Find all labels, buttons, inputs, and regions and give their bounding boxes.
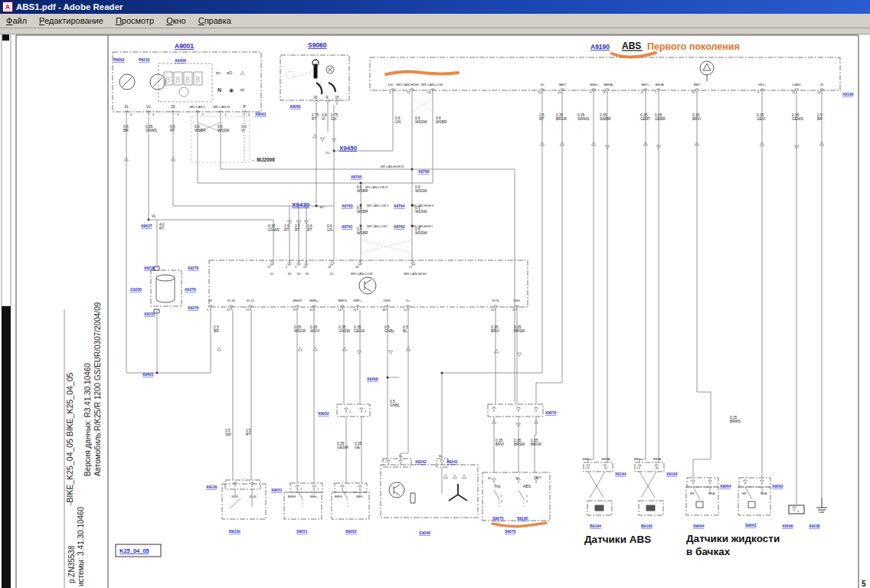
component-link[interactable]: A9006 — [175, 58, 186, 63]
pin — [592, 89, 595, 93]
component-link[interactable]: X9468 — [367, 377, 378, 381]
component-link[interactable]: X9190 — [842, 92, 854, 96]
component-link[interactable]: X9064 — [720, 484, 731, 488]
component-link[interactable]: X9238 — [809, 524, 820, 528]
pin — [250, 482, 253, 487]
pin — [431, 89, 434, 93]
wire-label: MR-CAN-LOW — [351, 272, 373, 276]
wire-label: 7 — [655, 90, 657, 94]
symbol-path — [703, 64, 711, 70]
component-link[interactable]: X9764 — [394, 204, 405, 208]
menu-item-view[interactable]: Просмотр — [110, 15, 160, 27]
component-link[interactable]: S9063 — [745, 523, 757, 528]
component-link[interactable]: A9270 — [185, 287, 196, 292]
menu-item-edit[interactable]: Редактирование — [33, 15, 110, 27]
symbol-path — [389, 482, 404, 498]
pin — [708, 480, 711, 485]
component-link[interactable]: X9270 — [188, 305, 199, 310]
component-link[interactable]: S9075 — [492, 516, 504, 521]
component-link[interactable]: X9194 — [615, 472, 626, 476]
menu-item-file[interactable]: Файл — [0, 15, 33, 27]
component-link[interactable]: X9450 — [339, 145, 358, 152]
component-link[interactable]: B9193 — [641, 524, 652, 528]
component-link[interactable]: X9766 — [418, 169, 430, 174]
wire-label: 0.35GEWS — [792, 113, 803, 121]
wire-label: D+ — [399, 454, 404, 458]
wire-label: 48 — [382, 308, 386, 312]
component-link[interactable]: S9052 — [345, 529, 357, 534]
pin — [270, 260, 273, 265]
component-link[interactable]: S9070 — [505, 529, 516, 534]
component-link[interactable]: S9051 — [296, 529, 308, 534]
component-link[interactable]: X9763 — [342, 204, 353, 208]
wire-label: BBHS — [293, 299, 302, 302]
wire-label: 0.6WSSW — [415, 227, 427, 235]
menu-item-help[interactable]: Справка — [192, 15, 237, 27]
wire-label: 30 — [171, 105, 175, 109]
wire-label: Датчики жидкости — [686, 533, 780, 544]
component-link[interactable]: X9590 — [782, 524, 793, 528]
component-link[interactable]: X9762 — [394, 224, 405, 229]
pin — [638, 465, 641, 469]
symbol-path — [156, 299, 175, 302]
component-link[interactable]: X9063 — [772, 484, 783, 488]
component-link[interactable]: G9230 — [130, 287, 142, 292]
component-link[interactable]: X9051 — [271, 488, 283, 492]
component-link[interactable]: S9060 — [308, 41, 327, 49]
wire-label: 1 — [224, 113, 227, 116]
component-link[interactable]: X9765 — [351, 175, 362, 179]
component-link[interactable]: X9230 — [144, 266, 155, 270]
component-link[interactable]: X9242 — [415, 459, 427, 464]
sidebar-rotated-text: Версия данных: R3.41.30.10460 — [83, 363, 92, 476]
wire-label: 10 — [309, 308, 313, 312]
component-link[interactable]: S9064 — [693, 524, 705, 528]
component-link[interactable]: X9070 — [545, 410, 557, 415]
component-link[interactable]: G9240 — [419, 531, 430, 535]
component-link[interactable]: X9220 — [206, 485, 218, 489]
wire-label: 30 — [541, 83, 545, 87]
orange-marker-annotation — [612, 53, 656, 57]
wire-label: 31 — [209, 299, 213, 302]
wire-label: 6C — [488, 476, 492, 480]
component-link[interactable]: B9220 — [229, 529, 240, 534]
wire-label: 15U — [388, 83, 394, 87]
component-link[interactable]: P9002 — [113, 57, 125, 62]
component-link[interactable]: X9270 — [188, 266, 199, 270]
pin — [243, 111, 246, 116]
component-link[interactable]: X9193 — [666, 472, 678, 476]
component-link[interactable]: P9210 — [139, 57, 150, 62]
component-link[interactable]: X9430 — [292, 201, 310, 208]
component-link[interactable]: X9231 — [144, 312, 155, 316]
wire-label: KL15 — [232, 495, 239, 498]
component-link[interactable]: X9060 — [289, 104, 301, 109]
component-link[interactable]: B9194 — [590, 524, 601, 528]
component-link[interactable]: K25_04_05 — [119, 547, 149, 554]
wire-label: 16 — [817, 90, 821, 94]
component-link[interactable]: X9761 — [342, 224, 353, 229]
orange-marker-annotation — [492, 523, 546, 527]
wire-label: ◉ — [229, 87, 234, 93]
component-link[interactable]: X9241 — [446, 459, 458, 464]
wire-label: в бачках — [686, 546, 731, 557]
wire-label: 0.35BRSW — [514, 325, 525, 333]
wire-label: BBV+ — [641, 83, 650, 87]
wire-label: VL — [270, 272, 274, 276]
wire-label: B+ — [439, 454, 443, 458]
component-link[interactable]: A9190 — [590, 43, 610, 51]
component-link[interactable]: A9001 — [175, 42, 194, 50]
component-link[interactable]: X9627 — [141, 224, 152, 228]
component-link[interactable]: S9195 — [517, 516, 528, 521]
component-link[interactable]: X9052 — [318, 411, 329, 416]
wire-label: 0.6WSSW — [218, 125, 230, 132]
wire-label: 1 — [501, 495, 502, 498]
component-link[interactable]: X9001 — [255, 112, 267, 116]
component-link[interactable]: X9401 — [142, 372, 154, 377]
wire-label: 14 — [338, 308, 342, 312]
pin — [657, 89, 660, 93]
direction-arrow — [320, 138, 324, 142]
pin — [744, 480, 747, 485]
menu-item-window[interactable]: Окно — [160, 15, 192, 27]
wire-label: MR-CAN-HIGH III — [381, 165, 404, 168]
direction-arrow — [357, 351, 361, 354]
direction-arrow — [443, 475, 447, 479]
